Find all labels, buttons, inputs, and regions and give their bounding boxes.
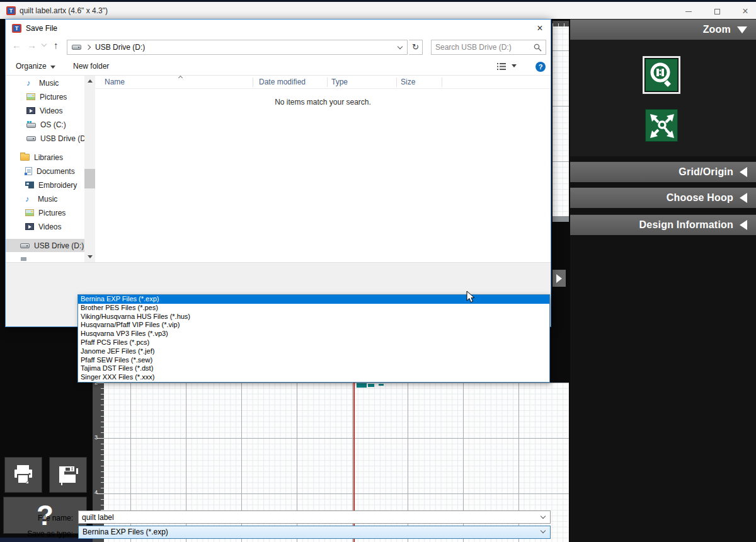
chevron-down-icon[interactable] bbox=[541, 514, 546, 519]
section-header-grid-origin[interactable]: Grid/Origin bbox=[570, 161, 756, 182]
file-type-dropdown: Bernina EXP Files (*.exp) Brother PES Fi… bbox=[77, 294, 550, 383]
minimize-button[interactable] bbox=[679, 6, 698, 17]
sidebar-scrollbar[interactable] bbox=[84, 76, 95, 262]
chevron-right-icon bbox=[556, 274, 562, 283]
panel-expander-button[interactable] bbox=[553, 270, 566, 287]
sidebar-item-partial bbox=[21, 257, 26, 261]
sidebar-item-usb-drive-selected[interactable]: USB Drive (D:) bbox=[6, 239, 84, 252]
forward-button[interactable]: → bbox=[27, 40, 37, 50]
scroll-up-button[interactable] bbox=[84, 76, 95, 86]
refresh-button[interactable]: ↻ bbox=[409, 40, 423, 55]
save-as-type-label: Save as type: bbox=[6, 529, 73, 538]
horizontal-ruler bbox=[553, 21, 569, 26]
save-as-type-value: Bernina EXP Files (*.exp) bbox=[83, 528, 168, 536]
dialog-body: ♪Music Pictures Videos OS (C:) USB Drive… bbox=[6, 76, 551, 262]
sidebar-item-music-lib[interactable]: ♪Music bbox=[6, 192, 84, 205]
libraries-icon bbox=[20, 154, 30, 161]
sidebar-item-music[interactable]: ♪Music bbox=[6, 76, 84, 89]
arrow-up-icon bbox=[88, 79, 93, 83]
dropdown-option[interactable]: Tajima DST Files (*.dst) bbox=[78, 364, 549, 373]
sidebar-item-videos[interactable]: Videos bbox=[6, 104, 84, 117]
scroll-down-button[interactable] bbox=[84, 251, 95, 262]
sidebar-item-documents[interactable]: Documents bbox=[6, 164, 84, 178]
chevron-left-icon bbox=[740, 193, 747, 203]
section-header-zoom[interactable]: Zoom bbox=[570, 19, 756, 40]
section-label: Choose Hoop bbox=[667, 192, 733, 204]
dropdown-option[interactable]: Husqvarna VP3 Files (*.vp3) bbox=[78, 330, 549, 338]
empty-list-message: No items match your search. bbox=[95, 98, 551, 107]
sidebar-item-pictures-lib[interactable]: Pictures bbox=[6, 206, 84, 219]
section-header-choose-hoop[interactable]: Choose Hoop bbox=[570, 187, 756, 208]
save-as-type-combobox[interactable]: Bernina EXP Files (*.exp) bbox=[78, 526, 551, 539]
column-header-size[interactable]: Size bbox=[401, 78, 415, 86]
file-name-label: File name: bbox=[6, 514, 73, 522]
dropdown-option[interactable]: Brother PES Files (*.pes) bbox=[78, 304, 549, 313]
sidebar-item-videos-lib[interactable]: Videos bbox=[6, 220, 84, 233]
search-box[interactable] bbox=[431, 40, 546, 55]
dialog-close-button[interactable]: × bbox=[533, 22, 547, 35]
canvas-edge bbox=[553, 216, 569, 222]
dialog-app-icon bbox=[12, 24, 21, 33]
maximize-button[interactable] bbox=[707, 6, 726, 17]
sidebar-item-embroidery[interactable]: Embroidery bbox=[6, 178, 84, 192]
zoom-1to1-button[interactable] bbox=[643, 56, 680, 94]
videos-icon bbox=[26, 107, 35, 114]
view-mode-button[interactable] bbox=[497, 62, 517, 72]
section-header-design-information[interactable]: Design Information bbox=[570, 214, 756, 235]
embroidery-icon bbox=[25, 182, 34, 188]
sidebar-item-pictures[interactable]: Pictures bbox=[6, 90, 84, 103]
dropdown-option[interactable]: Bernina EXP Files (*.exp) bbox=[78, 295, 549, 304]
music-icon: ♪ bbox=[25, 195, 33, 204]
dropdown-option[interactable]: Singer XXX Files (*.xxx) bbox=[78, 373, 549, 382]
close-button[interactable]: × bbox=[736, 6, 755, 17]
section-label: Design Information bbox=[639, 219, 733, 231]
minimize-icon bbox=[685, 11, 692, 12]
chevron-down-icon bbox=[737, 26, 747, 33]
history-chevron-icon[interactable] bbox=[42, 42, 47, 47]
printer-icon bbox=[11, 463, 36, 487]
design-fragment bbox=[357, 383, 367, 388]
design-fragment bbox=[379, 384, 384, 386]
dropdown-option[interactable]: Viking/Husqvarna HUS Files (*.hus) bbox=[78, 313, 549, 321]
column-headers: Name Date modified Type Size bbox=[95, 76, 551, 89]
sidebar-item-usb-drive[interactable]: USB Drive (D:) bbox=[6, 132, 84, 145]
breadcrumb-chevron-icon bbox=[86, 45, 91, 50]
address-dropdown-icon[interactable] bbox=[398, 43, 403, 49]
dropdown-arrow-icon bbox=[512, 64, 517, 67]
sidebar-item-libraries[interactable]: Libraries bbox=[6, 151, 84, 164]
dialog-title-bar: Save File × bbox=[6, 20, 551, 37]
usb-drive-icon bbox=[20, 243, 30, 248]
maximize-icon bbox=[714, 9, 720, 14]
dropdown-option[interactable]: Husqvarna/Pfaff VIP Files (*.vip) bbox=[78, 321, 549, 330]
dropdown-option[interactable]: Pfaff SEW Files (*.sew) bbox=[78, 356, 549, 365]
print-button[interactable] bbox=[4, 457, 42, 493]
dropdown-option[interactable]: Pfaff PCS Files (*.pcs) bbox=[78, 338, 549, 347]
navigation-bar: ← → ↑ USB Drive (D:) ↻ bbox=[6, 37, 551, 57]
folder-tree: ♪Music Pictures Videos OS (C:) USB Drive… bbox=[6, 76, 84, 262]
section-label: Zoom bbox=[703, 24, 731, 35]
back-button[interactable]: ← bbox=[12, 40, 21, 50]
new-folder-button[interactable]: New folder bbox=[73, 62, 109, 71]
zoom-to-fit-button[interactable] bbox=[645, 109, 678, 142]
application-window: quilt label.artx (4.6" x 4.3") × Zoom bbox=[0, 0, 756, 542]
organize-button[interactable]: Organize bbox=[16, 62, 55, 71]
column-header-date-modified[interactable]: Date modified bbox=[259, 78, 306, 86]
address-bar[interactable]: USB Drive (D:) bbox=[67, 40, 408, 55]
up-button[interactable]: ↑ bbox=[54, 40, 59, 50]
scrollbar-thumb[interactable] bbox=[84, 169, 95, 188]
search-input[interactable] bbox=[435, 42, 530, 53]
pictures-icon bbox=[25, 209, 34, 216]
dropdown-option[interactable]: Janome JEF Files (*.jef) bbox=[78, 347, 549, 356]
list-view-icon bbox=[497, 62, 507, 71]
file-name-input[interactable] bbox=[82, 512, 536, 522]
sidebar-item-os-c[interactable]: OS (C:) bbox=[6, 118, 84, 131]
documents-icon bbox=[25, 167, 32, 175]
dialog-help-button[interactable]: ? bbox=[536, 62, 546, 72]
file-name-combobox[interactable] bbox=[78, 510, 551, 524]
zoom-section-body bbox=[570, 40, 756, 156]
column-header-type[interactable]: Type bbox=[331, 78, 348, 86]
column-header-name[interactable]: Name bbox=[105, 78, 125, 86]
sew-machine-button[interactable] bbox=[49, 457, 87, 493]
dialog-title: Save File bbox=[26, 24, 57, 33]
chevron-down-icon[interactable] bbox=[541, 528, 546, 533]
